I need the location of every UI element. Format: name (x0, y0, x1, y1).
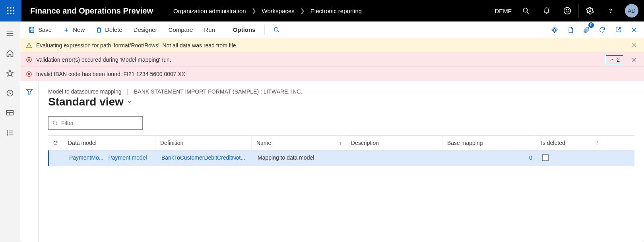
svg-point-28 (7, 135, 8, 135)
nav-expand-button[interactable] (0, 27, 20, 40)
options-button[interactable]: Options (229, 24, 260, 35)
close-icon (631, 43, 637, 48)
trash-icon (96, 26, 102, 33)
search-icon (52, 120, 58, 126)
filter-pane-button[interactable] (25, 88, 33, 242)
home-icon (6, 49, 14, 57)
svg-point-9 (523, 8, 528, 12)
question-icon (607, 7, 614, 14)
compare-button[interactable]: Compare (165, 24, 197, 35)
svg-point-4 (10, 10, 12, 12)
clock-icon (6, 89, 14, 97)
company-selector[interactable]: DEMF (491, 8, 516, 14)
nav-workspaces-button[interactable] (0, 107, 20, 119)
svg-point-7 (10, 13, 12, 15)
error-detail-text: Invalid IBAN code has been found: FI21 1… (36, 71, 185, 77)
waffle-icon (6, 6, 15, 15)
svg-rect-30 (31, 27, 33, 29)
attachments-button[interactable]: 0 (580, 24, 592, 36)
chevron-right-icon: ❯ (252, 8, 256, 14)
data-model-full-link[interactable]: Payment model (108, 154, 147, 161)
app-launcher-button[interactable] (0, 0, 21, 21)
view-name[interactable]: Standard view (48, 96, 124, 108)
quick-filter[interactable] (48, 116, 143, 130)
close-icon (631, 27, 637, 33)
svg-marker-19 (7, 70, 14, 76)
popout-button[interactable] (612, 24, 624, 36)
popout-icon (615, 26, 622, 33)
separator: | (127, 88, 128, 95)
settings-button[interactable] (580, 0, 600, 21)
column-header-description[interactable]: Description (346, 136, 442, 150)
svg-point-6 (7, 13, 9, 15)
breadcrumb-item[interactable]: Organization administration (173, 8, 246, 14)
warning-text: Evaluating expression for path 'format/R… (36, 42, 237, 49)
run-button[interactable]: Run (200, 24, 219, 35)
nav-favorites-button[interactable] (0, 67, 20, 80)
quick-filter-input[interactable] (61, 120, 138, 126)
row-base-mapping: 0 (444, 150, 537, 166)
save-button[interactable]: Save (24, 24, 56, 36)
svg-rect-34 (552, 27, 557, 32)
nav-recent-button[interactable] (0, 87, 20, 100)
chevron-down-icon[interactable] (127, 99, 132, 105)
select-all-header[interactable] (48, 136, 63, 150)
collapse-errors-button[interactable]: 2 (606, 55, 623, 64)
hamburger-icon (6, 30, 14, 37)
breadcrumb-item[interactable]: Workspaces (262, 8, 295, 14)
close-button[interactable] (628, 24, 640, 36)
designer-button[interactable]: Designer (130, 24, 161, 35)
page-options-button[interactable] (564, 24, 576, 36)
column-header-name[interactable]: Name ↑ (252, 136, 346, 150)
table-row[interactable]: PaymentMo... Payment model BankToCustome… (48, 150, 634, 166)
delete-button[interactable]: Delete (92, 24, 126, 36)
row-is-deleted[interactable] (537, 150, 604, 166)
svg-point-3 (7, 10, 9, 12)
column-header-data-model[interactable]: Data model (63, 136, 155, 150)
svg-point-14 (589, 10, 591, 12)
separator (224, 25, 224, 35)
user-avatar[interactable]: AD (625, 4, 638, 18)
column-header-is-deleted[interactable]: Is deleted ⋮ (536, 136, 603, 150)
checkbox-unchecked-icon[interactable] (542, 154, 549, 161)
cmd-search-button[interactable] (270, 24, 284, 35)
svg-point-11 (564, 8, 571, 14)
warning-message: Evaluating expression for path 'format/R… (20, 38, 644, 53)
svg-point-2 (13, 7, 15, 9)
notifications-button[interactable] (536, 0, 557, 21)
column-options-button[interactable]: ⋮ (595, 140, 601, 146)
help-button[interactable] (600, 0, 621, 21)
row-selector[interactable] (49, 150, 64, 166)
svg-line-10 (527, 12, 529, 14)
app-title: Finance and Operations Preview (21, 0, 162, 21)
bell-icon (543, 7, 550, 15)
personalize-button[interactable] (549, 24, 561, 36)
column-header-definition[interactable]: Definition (155, 136, 252, 150)
dismiss-warning-button[interactable] (630, 41, 638, 50)
column-header-base-mapping[interactable]: Base mapping (442, 136, 536, 150)
dismiss-error-button[interactable] (630, 55, 638, 64)
smile-icon (563, 7, 571, 15)
row-name: Mapping to data model (253, 150, 347, 166)
svg-point-24 (7, 131, 8, 131)
new-button[interactable]: ＋ New (59, 24, 89, 36)
gear-icon (586, 7, 594, 15)
refresh-icon (599, 26, 606, 33)
nav-modules-button[interactable] (0, 127, 20, 139)
svg-point-50 (53, 121, 56, 124)
svg-rect-31 (31, 30, 33, 32)
breadcrumb: Organization administration ❯ Workspaces… (162, 8, 491, 14)
nav-home-button[interactable] (0, 47, 20, 60)
data-model-link[interactable]: PaymentMo... (69, 154, 103, 161)
chevron-right-icon: ❯ (300, 8, 305, 14)
svg-point-32 (274, 27, 278, 31)
breadcrumb-item[interactable]: Electronic reporting (310, 8, 362, 14)
definition-link[interactable]: BankToCustomerDebitCreditNot... (161, 154, 245, 161)
svg-rect-35 (553, 28, 556, 31)
command-bar: Save ＋ New Delete Designer Compare Run O… (20, 21, 644, 38)
star-icon (6, 69, 14, 77)
funnel-icon (25, 88, 33, 96)
search-button[interactable] (516, 0, 536, 21)
refresh-button[interactable] (596, 24, 608, 36)
feedback-button[interactable] (557, 0, 578, 21)
